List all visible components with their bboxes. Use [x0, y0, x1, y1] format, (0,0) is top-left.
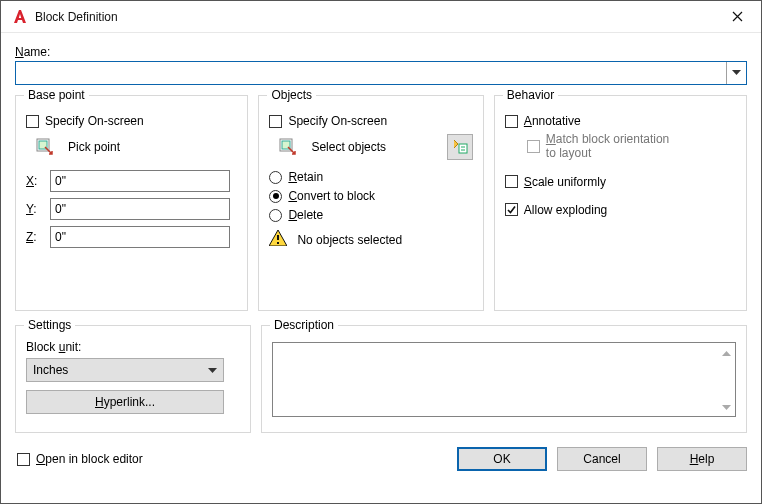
block-unit-value: Inches: [33, 363, 68, 377]
svg-rect-8: [277, 242, 279, 244]
name-label: Name:: [15, 45, 747, 59]
name-combobox[interactable]: [15, 61, 747, 85]
checkbox-icon: [527, 140, 540, 153]
pick-point-label: Pick point: [68, 140, 120, 154]
behavior-legend: Behavior: [503, 88, 558, 102]
radio-icon: [269, 209, 282, 222]
basepoint-legend: Base point: [24, 88, 89, 102]
autocad-app-icon: [11, 8, 29, 26]
retain-radio[interactable]: Retain: [269, 170, 472, 184]
cancel-button[interactable]: Cancel: [557, 447, 647, 471]
x-input[interactable]: [50, 170, 230, 192]
label: Match block orientationto layout: [546, 132, 669, 161]
y-label: Y:: [26, 202, 42, 216]
checkbox-icon: [17, 453, 30, 466]
label: Delete: [288, 208, 323, 222]
block-unit-label: Block unit:: [26, 340, 81, 354]
objects-specify-onscreen-checkbox[interactable]: Specify On-screen: [269, 114, 472, 128]
scrollbar[interactable]: [718, 343, 735, 416]
block-definition-dialog: Block Definition Name: Base point Specif…: [0, 0, 762, 504]
dialog-body: Name: Base point Specify On-screen: [1, 33, 761, 481]
objects-legend: Objects: [267, 88, 316, 102]
description-legend: Description: [270, 318, 338, 332]
annotative-checkbox[interactable]: Annotative: [505, 114, 736, 128]
checkbox-icon: [505, 115, 518, 128]
x-label: X:: [26, 174, 42, 188]
warning-icon: [269, 230, 287, 249]
convert-radio[interactable]: Convert to block: [269, 189, 472, 203]
scroll-up-icon: [722, 345, 731, 359]
allow-exploding-checkbox[interactable]: Allow exploding: [505, 203, 736, 217]
behavior-group: Behavior Annotative Match block orientat…: [494, 95, 747, 311]
checkbox-icon: [269, 115, 282, 128]
label: Open in block editor: [36, 452, 143, 466]
quick-select-button[interactable]: [447, 134, 473, 160]
open-in-block-editor-checkbox[interactable]: Open in block editor: [17, 452, 143, 466]
label: Allow exploding: [524, 203, 607, 217]
y-input[interactable]: [50, 198, 230, 220]
basepoint-specify-onscreen-checkbox[interactable]: Specify On-screen: [26, 114, 237, 128]
hyperlink-button[interactable]: Hyperlink...: [26, 390, 224, 414]
pick-point-button[interactable]: [32, 134, 58, 160]
scale-uniformly-checkbox[interactable]: Scale uniformly: [505, 175, 736, 189]
scroll-down-icon: [722, 400, 731, 414]
window-title: Block Definition: [35, 10, 118, 24]
label: Hyperlink...: [95, 395, 155, 409]
radio-icon: [269, 171, 282, 184]
delete-radio[interactable]: Delete: [269, 208, 472, 222]
svg-rect-7: [277, 235, 279, 240]
checkbox-icon: [505, 175, 518, 188]
ok-button[interactable]: OK: [457, 447, 547, 471]
description-group: Description: [261, 325, 747, 433]
select-objects-button[interactable]: [275, 134, 301, 160]
help-button[interactable]: Help: [657, 447, 747, 471]
objects-status: No objects selected: [297, 233, 402, 247]
block-unit-select[interactable]: Inches: [26, 358, 224, 382]
z-input[interactable]: [50, 226, 230, 248]
name-dropdown-button[interactable]: [726, 62, 746, 84]
checkbox-icon: [505, 203, 518, 216]
description-textarea[interactable]: [272, 342, 736, 417]
objects-group: Objects Specify On-screen Select objects: [258, 95, 483, 311]
label: Convert to block: [288, 189, 375, 203]
label: Specify On-screen: [288, 114, 387, 128]
label: Scale uniformly: [524, 175, 606, 189]
label: Annotative: [524, 114, 581, 128]
close-button[interactable]: [717, 3, 757, 31]
titlebar: Block Definition: [1, 1, 761, 33]
name-input[interactable]: [16, 62, 726, 84]
svg-rect-4: [459, 144, 467, 153]
z-label: Z:: [26, 230, 42, 244]
basepoint-group: Base point Specify On-screen Pick point …: [15, 95, 248, 311]
radio-icon: [269, 190, 282, 203]
select-objects-label: Select objects: [311, 140, 386, 154]
settings-group: Settings Block unit: Inches Hyperlink...: [15, 325, 251, 433]
settings-legend: Settings: [24, 318, 75, 332]
label: Specify On-screen: [45, 114, 144, 128]
checkbox-icon: [26, 115, 39, 128]
match-orientation-checkbox: Match block orientationto layout: [527, 132, 736, 161]
label: Retain: [288, 170, 323, 184]
chevron-down-icon: [208, 363, 217, 377]
